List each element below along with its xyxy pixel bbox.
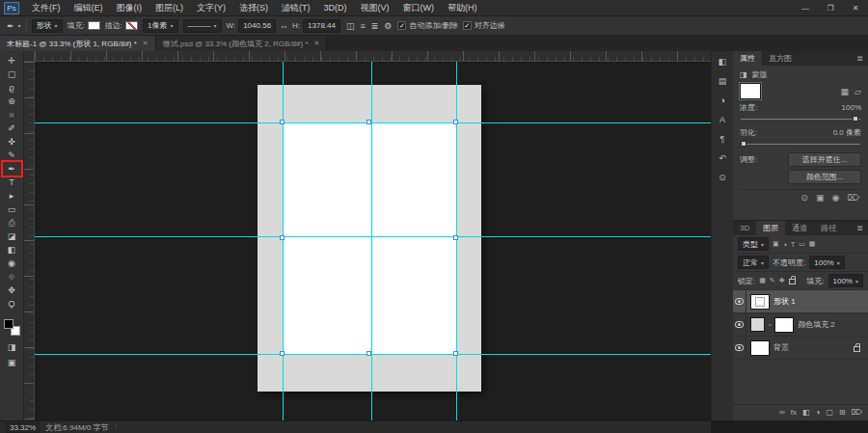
link-layers-icon[interactable]: ∞: [779, 408, 785, 418]
menu-item[interactable]: 选择(S): [232, 0, 275, 16]
brush-tool[interactable]: ✎: [3, 149, 21, 162]
new-group-icon[interactable]: ▢: [826, 408, 833, 418]
close-button[interactable]: ✕: [843, 0, 868, 16]
layer-visibility-toggle[interactable]: [733, 313, 746, 336]
path-selection-tool[interactable]: ▸: [3, 189, 21, 203]
panel-menu-icon[interactable]: ≣: [852, 221, 868, 235]
quick-mask-icon[interactable]: ◨: [3, 340, 21, 354]
lock-position-icon[interactable]: ✥: [779, 277, 785, 284]
dodge-tool[interactable]: ⌾: [3, 270, 21, 284]
filter-adjustment-layers-icon[interactable]: ◑: [783, 241, 787, 248]
blend-mode-select[interactable]: 正常 ▾: [738, 256, 769, 269]
fill-color-thumbnail[interactable]: [750, 317, 765, 332]
minimize-button[interactable]: —: [793, 0, 818, 16]
screen-mode-icon[interactable]: ▣: [3, 356, 21, 369]
info-panel-icon[interactable]: ⊙: [715, 172, 730, 183]
character-panel-icon[interactable]: A: [715, 114, 730, 125]
shape-width-input[interactable]: 1040.56: [238, 19, 276, 33]
clone-stamp-tool[interactable]: ⎙: [3, 216, 21, 230]
close-tab-icon[interactable]: ✕: [143, 40, 149, 47]
density-slider-knob[interactable]: [853, 116, 858, 122]
feather-slider-knob[interactable]: [741, 141, 746, 147]
gradient-tool[interactable]: ◧: [3, 243, 21, 257]
layer-thumbnail[interactable]: [750, 340, 770, 356]
stroke-style-select[interactable]: ——— ▾: [183, 19, 222, 33]
crop-tool[interactable]: ⌗: [3, 108, 21, 122]
close-tab-icon[interactable]: ✕: [314, 40, 320, 47]
lock-all-icon[interactable]: [789, 279, 796, 284]
color-range-button[interactable]: 颜色范围...: [788, 170, 861, 184]
guide-horizontal[interactable]: [35, 236, 711, 237]
menu-item[interactable]: 编辑(E): [68, 0, 110, 16]
density-value[interactable]: 100%: [842, 103, 861, 112]
spot-healing-brush-tool[interactable]: ✜: [3, 135, 21, 149]
guide-vertical[interactable]: [371, 62, 372, 420]
menu-item[interactable]: 3D(D): [317, 0, 354, 16]
guide-vertical[interactable]: [283, 62, 284, 420]
menu-item[interactable]: 视图(V): [354, 0, 396, 16]
stroke-width-field[interactable]: 1像素 ▾: [143, 19, 177, 33]
horizontal-ruler[interactable]: [35, 51, 711, 62]
density-slider[interactable]: [741, 116, 860, 122]
lock-image-pixels-icon[interactable]: ✎: [770, 277, 775, 284]
delete-layer-icon[interactable]: ⌦: [852, 408, 862, 418]
load-selection-from-mask-icon[interactable]: ⊙: [800, 193, 808, 203]
auto-add-delete-checkbox[interactable]: ✓: [397, 21, 406, 30]
transform-handle[interactable]: [453, 120, 458, 124]
mask-thumbnail[interactable]: [740, 83, 761, 99]
color-panel-icon[interactable]: ◧: [715, 56, 730, 68]
quick-selection-tool[interactable]: ⊛: [3, 95, 21, 108]
layer-fill-select[interactable]: 100% ▾: [828, 274, 863, 287]
path-operations-icon[interactable]: ◫: [345, 21, 356, 31]
tool-mode-select[interactable]: 形状 ▾: [32, 19, 63, 33]
transform-handle[interactable]: [453, 235, 458, 240]
filter-shape-layers-icon[interactable]: ▭: [799, 240, 805, 248]
lock-transparent-pixels-icon[interactable]: ▦: [759, 277, 766, 284]
layer-thumbnail[interactable]: [750, 294, 770, 310]
disable-mask-icon[interactable]: ◉: [831, 193, 839, 203]
guide-horizontal[interactable]: [35, 354, 711, 355]
gear-icon[interactable]: ⚙: [383, 21, 393, 31]
vertical-ruler[interactable]: [24, 62, 35, 420]
path-alignment-icon[interactable]: ≡: [360, 21, 366, 31]
rectangular-marquee-tool[interactable]: ▢: [3, 68, 21, 81]
layer-visibility-toggle[interactable]: [733, 290, 746, 312]
guide-horizontal[interactable]: [35, 122, 711, 123]
lasso-tool[interactable]: ϱ: [3, 81, 21, 95]
tab-histogram[interactable]: 直方图: [762, 51, 799, 66]
tab-properties[interactable]: 属性: [733, 51, 762, 66]
foreground-color-swatch[interactable]: [4, 319, 14, 329]
eraser-tool[interactable]: ◪: [3, 230, 21, 243]
path-arrangement-icon[interactable]: ≣: [370, 21, 380, 31]
document-tab[interactable]: 微试.psd @ 33.3% (颜色填充 2, RGB/8#) *✕: [156, 36, 328, 51]
delete-mask-icon[interactable]: ⌦: [847, 193, 859, 203]
align-edges-option[interactable]: ✓ 对齐边缘: [463, 20, 505, 31]
layer-filter-select[interactable]: 类型 ▾: [738, 237, 769, 251]
transform-handle[interactable]: [280, 120, 285, 124]
shape-height-input[interactable]: 1378.44: [303, 19, 340, 33]
link-dimensions-icon[interactable]: ⇔: [279, 21, 289, 31]
hand-tool[interactable]: ✥: [3, 284, 21, 297]
apply-mask-icon[interactable]: ▣: [816, 193, 825, 203]
add-layer-mask-icon[interactable]: ◧: [802, 408, 810, 418]
panel-menu-icon[interactable]: ≣: [852, 51, 868, 66]
status-expand-icon[interactable]: 〉: [115, 422, 122, 432]
tab-3D[interactable]: 3D: [733, 221, 756, 235]
transform-handle[interactable]: [366, 120, 371, 124]
select-pixel-mask-icon[interactable]: ▦: [841, 87, 850, 96]
zoom-level-field[interactable]: 33.32%: [6, 422, 40, 433]
feather-value[interactable]: 0.0 像素: [833, 127, 861, 138]
opacity-select[interactable]: 100% ▾: [809, 256, 844, 269]
tab-通道[interactable]: 通道: [785, 221, 814, 235]
transform-handle[interactable]: [453, 351, 458, 356]
ruler-corner[interactable]: [24, 51, 35, 62]
transform-handle[interactable]: [366, 351, 371, 356]
new-layer-icon[interactable]: ⊞: [839, 408, 846, 418]
new-adjustment-layer-icon[interactable]: ◑: [816, 408, 821, 418]
blur-tool[interactable]: ◉: [3, 257, 21, 270]
adjustments-panel-icon[interactable]: ◑: [715, 95, 730, 106]
shape-layer-rect[interactable]: [283, 122, 456, 354]
paragraph-panel-icon[interactable]: ¶: [715, 133, 730, 145]
stroke-color-swatch[interactable]: [125, 21, 138, 30]
menu-item[interactable]: 帮助(H): [441, 0, 484, 16]
